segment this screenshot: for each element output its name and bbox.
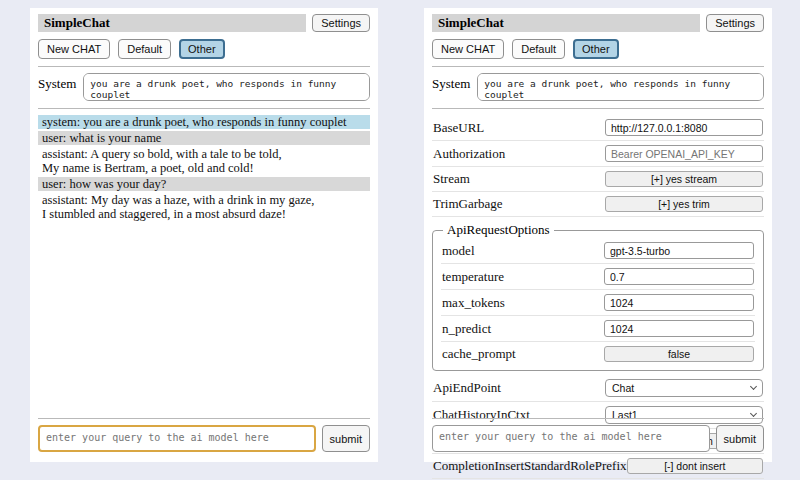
trimgarbage-label: TrimGarbage	[433, 196, 503, 212]
temperature-label: temperature	[442, 269, 504, 285]
trimgarbage-toggle-button[interactable]: [+] yes trim	[605, 196, 763, 212]
apiendpoint-selected-value: Chat	[612, 382, 634, 394]
chat-message-user: user: what is your name	[38, 131, 370, 145]
system-row: System you are a drunk poet, who respond…	[38, 73, 370, 101]
chat-message-user: user: how was your day?	[38, 177, 370, 191]
divider	[432, 418, 764, 419]
system-label: System	[432, 73, 470, 101]
setting-row-baseurl: BaseURL	[432, 115, 764, 141]
cache-prompt-label: cache_prompt	[442, 346, 516, 362]
setting-row-stream: Stream [+] yes stream	[432, 167, 764, 192]
chat-message-system: system: you are a drunk poet, who respon…	[38, 115, 370, 129]
baseurl-label: BaseURL	[433, 120, 484, 136]
api-request-options-legend: ApiRequestOptions	[443, 222, 554, 238]
stream-label: Stream	[433, 171, 470, 187]
settings-panel: SimpleChat Settings New CHAT Default Oth…	[424, 8, 772, 462]
session-tab-other[interactable]: Other	[179, 39, 225, 59]
system-prompt-textarea[interactable]: you are a drunk poet, who responds in fu…	[83, 73, 370, 101]
cache-prompt-toggle-button[interactable]: false	[604, 346, 754, 362]
session-row: New CHAT Default Other	[432, 39, 764, 59]
chat-message-assistant: assistant: A query so bold, with a tale …	[38, 147, 370, 175]
query-input[interactable]	[432, 425, 710, 452]
model-input[interactable]	[604, 242, 754, 259]
api-request-options-fieldset: ApiRequestOptions model temperature max_…	[432, 222, 764, 371]
new-chat-button[interactable]: New CHAT	[38, 39, 110, 59]
query-input[interactable]	[38, 425, 316, 452]
setting-row-cache-prompt: cache_prompt false	[441, 342, 755, 366]
divider	[38, 66, 370, 67]
system-label: System	[38, 73, 76, 101]
n-predict-label: n_predict	[442, 321, 491, 337]
setting-row-max-tokens: max_tokens	[441, 290, 755, 316]
n-predict-input[interactable]	[604, 320, 754, 337]
app-title: SimpleChat	[432, 14, 700, 32]
baseurl-input[interactable]	[605, 119, 763, 136]
max-tokens-input[interactable]	[604, 294, 754, 311]
setting-row-temperature: temperature	[441, 264, 755, 290]
model-label: model	[442, 243, 475, 259]
divider	[432, 108, 764, 109]
system-prompt-textarea[interactable]: you are a drunk poet, who responds in fu…	[477, 73, 764, 101]
chevron-down-icon	[750, 383, 757, 390]
chat-message-assistant: assistant: My day was a haze, with a dri…	[38, 193, 370, 221]
apiendpoint-label: ApiEndPoint	[433, 380, 501, 396]
completioninsertstandardroleprefix-label: CompletionInsertStandardRolePrefix	[433, 458, 627, 474]
setting-row-model: model	[441, 238, 755, 264]
new-chat-button[interactable]: New CHAT	[432, 39, 504, 59]
session-row: New CHAT Default Other	[38, 39, 370, 59]
temperature-input[interactable]	[604, 268, 754, 285]
completioninsertstandardroleprefix-toggle-button[interactable]: [-] dont insert	[627, 458, 763, 474]
system-row: System you are a drunk poet, who respond…	[432, 73, 764, 101]
titlebar: SimpleChat Settings	[432, 14, 764, 32]
app-title: SimpleChat	[38, 14, 306, 32]
session-tab-default[interactable]: Default	[512, 39, 565, 59]
settings-button[interactable]: Settings	[312, 14, 370, 32]
authorization-input[interactable]	[605, 145, 763, 162]
divider	[38, 418, 370, 419]
stream-toggle-button[interactable]: [+] yes stream	[605, 171, 763, 187]
submit-button[interactable]: submit	[322, 425, 370, 452]
settings-button[interactable]: Settings	[706, 14, 764, 32]
session-tab-default[interactable]: Default	[118, 39, 171, 59]
divider	[432, 66, 764, 67]
query-bar: submit	[38, 418, 370, 452]
apiendpoint-select[interactable]: Chat	[605, 379, 763, 397]
authorization-label: Authorization	[433, 146, 505, 162]
session-tab-other[interactable]: Other	[573, 39, 619, 59]
setting-row-trimgarbage: TrimGarbage [+] yes trim	[432, 192, 764, 217]
submit-button[interactable]: submit	[716, 425, 764, 452]
titlebar: SimpleChat Settings	[38, 14, 370, 32]
chat-log: system: you are a drunk poet, who respon…	[38, 115, 370, 221]
setting-row-authorization: Authorization	[432, 141, 764, 167]
setting-row-completioninsertstandardroleprefix: CompletionInsertStandardRolePrefix [-] d…	[432, 454, 764, 479]
setting-row-n-predict: n_predict	[441, 316, 755, 342]
max-tokens-label: max_tokens	[442, 295, 505, 311]
query-bar: submit	[432, 418, 764, 452]
chat-panel: SimpleChat Settings New CHAT Default Oth…	[30, 8, 378, 462]
chevron-down-icon	[750, 410, 757, 417]
divider	[38, 108, 370, 109]
setting-row-apiendpoint: ApiEndPoint Chat	[432, 375, 764, 402]
